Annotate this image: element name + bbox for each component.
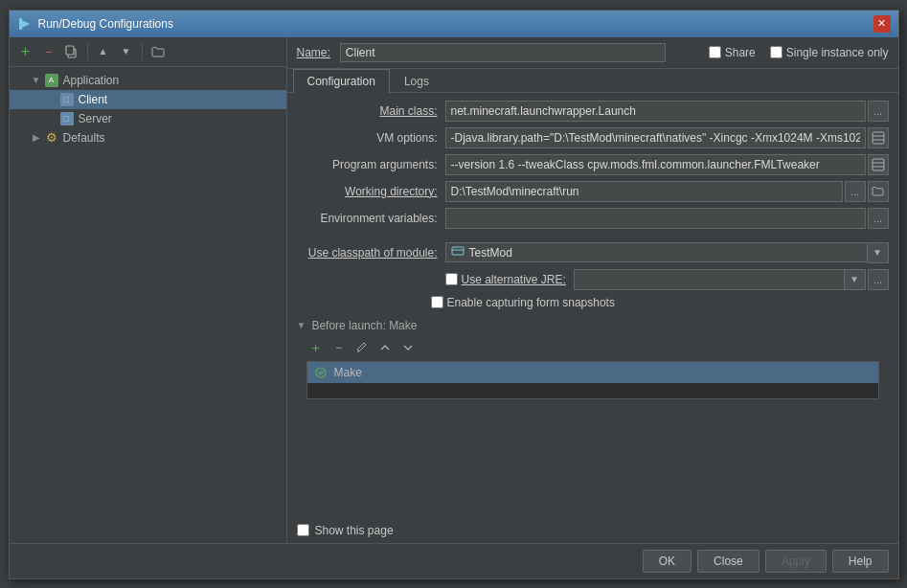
ok-button[interactable]: OK (643, 550, 692, 573)
svg-rect-1 (19, 18, 22, 30)
before-launch-expander[interactable]: ▼ (297, 320, 306, 330)
working-dir-browse-button[interactable]: ... (845, 181, 866, 202)
main-class-browse-button[interactable]: ... (868, 101, 889, 122)
share-label: Share (725, 46, 756, 59)
snapshot-checkbox[interactable] (431, 296, 443, 308)
left-panel: + − ▲ ▼ (10, 37, 287, 543)
svg-rect-3 (66, 46, 74, 55)
tab-configuration[interactable]: Configuration (293, 69, 390, 93)
single-instance-checkbox-item: Single instance only (770, 46, 889, 59)
show-page-checkbox[interactable] (297, 524, 309, 536)
help-button[interactable]: Help (832, 550, 889, 573)
vm-options-label: VM options: (297, 131, 445, 145)
before-launch-edit-button[interactable] (352, 338, 372, 357)
env-vars-input[interactable] (445, 208, 866, 229)
expander-defaults: ▶ (29, 130, 44, 146)
right-panel: Name: Share Single instance only Confi (287, 37, 898, 543)
single-instance-checkbox[interactable] (770, 46, 782, 58)
main-class-label: Main class: (297, 104, 445, 118)
alt-jre-dropdown[interactable]: ▼ (845, 269, 866, 290)
before-launch-label: Before launch: Make (311, 319, 417, 332)
move-up-button[interactable]: ▲ (93, 41, 114, 62)
make-icon (313, 365, 329, 380)
dialog-footer: OK Close Apply Help (10, 543, 898, 578)
tree-label-application: Application (63, 74, 120, 87)
classpath-module-value: TestMod (469, 246, 862, 260)
snapshot-checkbox-item: Enable capturing form snapshots (431, 296, 615, 309)
title-bar: Run/Debug Configurations ✕ (10, 11, 898, 37)
svg-rect-10 (452, 247, 464, 255)
vm-options-row: VM options: (297, 127, 889, 148)
title-bar-left: Run/Debug Configurations (17, 16, 173, 32)
server-config-icon: ⬚ (59, 111, 75, 126)
module-icon (451, 245, 465, 260)
svg-point-13 (316, 368, 326, 377)
bottom-bar: Show this page (287, 518, 898, 543)
working-dir-folder-button[interactable] (868, 181, 889, 202)
apply-button[interactable]: Apply (765, 550, 827, 573)
expander-server (44, 111, 59, 126)
move-down-button[interactable]: ▼ (116, 41, 137, 62)
form-area: Main class: ... VM options: (287, 93, 898, 518)
svg-rect-4 (873, 132, 884, 144)
env-vars-label: Environment variables: (297, 212, 445, 225)
expander-application: ▼ (29, 73, 44, 88)
tree-item-application[interactable]: ▼ A Application (10, 71, 286, 90)
before-launch-move-up-button[interactable] (375, 338, 395, 357)
alt-jre-label: Use alternative JRE: (462, 273, 566, 286)
working-dir-input[interactable] (445, 181, 843, 202)
dialog-title: Run/Debug Configurations (38, 17, 173, 31)
toolbar-separator-2 (142, 43, 143, 60)
make-item-label: Make (334, 366, 362, 379)
tree-item-client[interactable]: ⬚ Client (10, 90, 286, 109)
vm-options-expand-button[interactable] (868, 127, 889, 148)
share-section: Share Single instance only (709, 46, 889, 59)
name-label: Name: (297, 46, 330, 59)
application-icon: A (44, 73, 59, 88)
config-tree: ▼ A Application ⬚ Client (10, 67, 286, 543)
tree-item-server[interactable]: ⬚ Server (10, 109, 286, 128)
env-vars-row: Environment variables: ... (297, 208, 889, 229)
before-launch-remove-button[interactable]: − (329, 338, 349, 357)
tree-label-server: Server (79, 112, 112, 125)
tree-item-defaults[interactable]: ▶ ⚙ Defaults (10, 128, 286, 147)
add-config-button[interactable]: + (15, 41, 36, 62)
copy-config-button[interactable] (61, 41, 82, 62)
program-args-input[interactable] (445, 154, 866, 175)
name-input[interactable] (340, 43, 666, 62)
before-launch-add-button[interactable]: + (306, 338, 326, 357)
main-class-input[interactable] (445, 101, 866, 122)
alt-jre-checkbox-item: Use alternative JRE: (445, 273, 566, 286)
before-launch-move-down-button[interactable] (398, 338, 418, 357)
client-config-icon: ⬚ (59, 92, 75, 107)
make-list: Make (306, 361, 879, 399)
folder-button[interactable] (147, 41, 169, 62)
working-dir-row: Working directory: ... (297, 181, 889, 202)
program-args-expand-button[interactable] (868, 154, 889, 175)
alt-jre-browse-button[interactable]: ... (868, 269, 889, 290)
tree-label-client: Client (79, 93, 108, 106)
dialog-icon (17, 16, 33, 32)
remove-config-button[interactable]: − (38, 41, 59, 62)
make-list-item[interactable]: Make (307, 362, 878, 383)
alt-jre-checkbox[interactable] (445, 273, 458, 285)
left-toolbar: + − ▲ ▼ (10, 37, 286, 67)
top-bar: Name: Share Single instance only (287, 37, 898, 69)
tab-logs[interactable]: Logs (390, 69, 443, 93)
env-vars-browse-button[interactable]: ... (868, 208, 889, 229)
classpath-module-row: Use classpath of module: TestMod ▼ (297, 242, 889, 263)
close-button[interactable]: ✕ (873, 15, 891, 33)
alt-jre-input[interactable] (574, 269, 845, 290)
close-button-footer[interactable]: Close (697, 550, 760, 573)
classpath-module-select-wrapper: TestMod ▼ (445, 242, 889, 263)
share-checkbox-item: Share (709, 46, 756, 59)
vm-options-input[interactable] (445, 127, 866, 148)
before-launch-section: ▼ Before launch: Make (297, 319, 889, 332)
main-class-row: Main class: ... (297, 101, 889, 122)
tab-bar: Configuration Logs (287, 69, 898, 93)
share-checkbox[interactable] (709, 46, 721, 58)
program-args-row: Program arguments: (297, 154, 889, 175)
program-args-label: Program arguments: (297, 158, 445, 171)
classpath-module-dropdown[interactable]: ▼ (868, 242, 889, 263)
snapshot-row: Enable capturing form snapshots (297, 296, 889, 309)
